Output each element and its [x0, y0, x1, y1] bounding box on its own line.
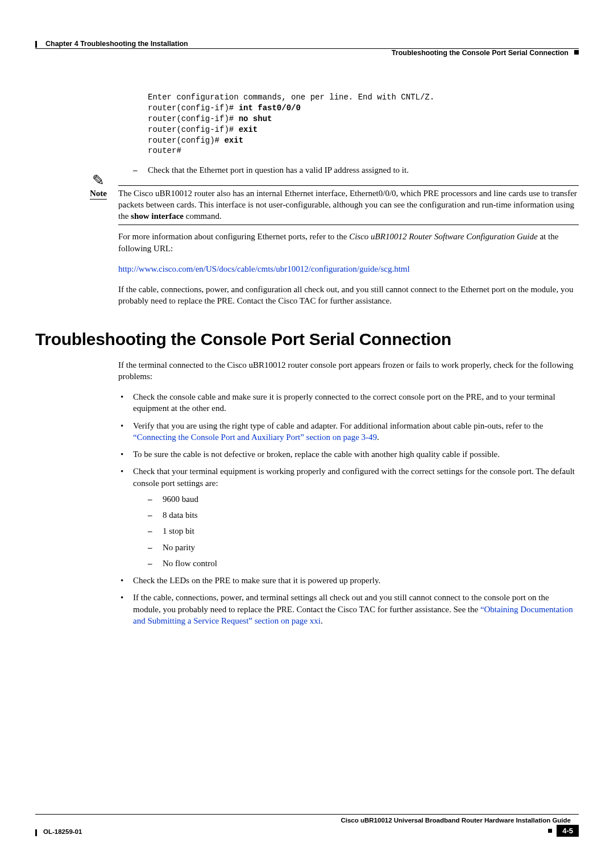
code-cmd: exit [224, 136, 243, 145]
footer-left-bar [35, 829, 37, 836]
paragraph: If the cable, connections, power, and co… [118, 284, 579, 307]
footer-title: Cisco uBR10012 Universal Broadband Route… [35, 817, 579, 824]
bullet-list: Check the console cable and make sure it… [118, 391, 579, 626]
code-prompt: router(config-if)# [148, 125, 239, 134]
note-rule-top [118, 185, 579, 186]
header-chapter: Chapter 4 Troubleshooting the Installati… [45, 40, 188, 48]
url-paragraph: http://www.cisco.com/en/US/docs/cable/cm… [118, 263, 579, 275]
section-heading: Troubleshooting the Console Port Serial … [35, 330, 579, 349]
page-header: Chapter 4 Troubleshooting the Installati… [35, 41, 579, 64]
pencil-icon: ✎ [92, 172, 105, 189]
bullet-text: Check that your terminal equipment is wo… [133, 467, 575, 487]
code-prompt: router# [148, 146, 181, 155]
code-cmd: exit [239, 125, 258, 134]
dash-list-item: Check that the Ethernet port in question… [133, 164, 579, 176]
page-footer: Cisco uBR10012 Universal Broadband Route… [35, 814, 579, 840]
bullet-item: Verify that you are using the right type… [118, 420, 579, 443]
bullet-item: If the cable, connections, power, and te… [118, 592, 579, 626]
code-block: Enter configuration commands, one per li… [148, 92, 579, 156]
bullet-text: . [377, 433, 379, 442]
code-prompt: router(config-if)# [148, 114, 239, 123]
settings-list: 9600 baud 8 data bits 1 stop bit No pari… [148, 493, 579, 569]
bullet-item: To be sure the cable is not defective or… [118, 448, 579, 460]
para-text: For more information about configuring E… [118, 232, 349, 241]
page: Chapter 4 Troubleshooting the Installati… [0, 0, 614, 868]
note-text: The Cisco uBR10012 router also has an in… [118, 188, 579, 222]
code-cmd: int fast0/0/0 [239, 103, 301, 113]
note-block: ✎ Note The Cisco uBR10012 router also ha… [35, 188, 579, 222]
bullet-text: Verify that you are using the right type… [133, 421, 543, 430]
code-prompt: router(config-if)# [148, 103, 239, 113]
bullet-item: Check the LEDs on the PRE to make sure t… [118, 575, 579, 586]
note-text-bold: show interface [131, 211, 184, 221]
bullet-text: . [321, 616, 323, 625]
setting-item: No flow control [148, 558, 579, 569]
header-left-bar [35, 41, 37, 48]
footer-row: OL-18259-01 4-5 [35, 827, 579, 840]
code-cmd: no shut [239, 114, 272, 123]
setting-item: 8 data bits [148, 509, 579, 521]
footer-rule [35, 814, 579, 815]
para-italic: Cisco uBR10012 Router Software Configura… [349, 232, 538, 241]
config-guide-link[interactable]: http://www.cisco.com/en/US/docs/cable/cm… [118, 264, 410, 273]
setting-item: 1 stop bit [148, 525, 579, 537]
note-rule-bottom [118, 225, 579, 225]
setting-item: 9600 baud [148, 493, 579, 505]
header-subtitle: Troubleshooting the Console Port Serial … [392, 49, 569, 57]
header-square-icon [574, 50, 579, 55]
bullet-item: Check that your terminal equipment is wo… [118, 466, 579, 569]
footer-square-icon [548, 829, 552, 833]
intro-paragraph: If the terminal connected to the Cisco u… [118, 359, 579, 383]
footer-page-number: 4-5 [557, 825, 579, 837]
console-port-link[interactable]: “Connecting the Console Port and Auxilia… [133, 433, 377, 442]
bullet-item: Check the console cable and make sure it… [118, 391, 579, 414]
note-text-c: command. [184, 211, 222, 221]
note-label: Note [90, 189, 107, 200]
code-prompt: router(config)# [148, 136, 224, 145]
footer-doc-number: OL-18259-01 [43, 828, 82, 835]
content-body: Enter configuration commands, one per li… [118, 64, 579, 626]
code-line: Enter configuration commands, one per li… [148, 93, 434, 102]
paragraph: For more information about configuring E… [118, 231, 579, 254]
setting-item: No parity [148, 542, 579, 553]
